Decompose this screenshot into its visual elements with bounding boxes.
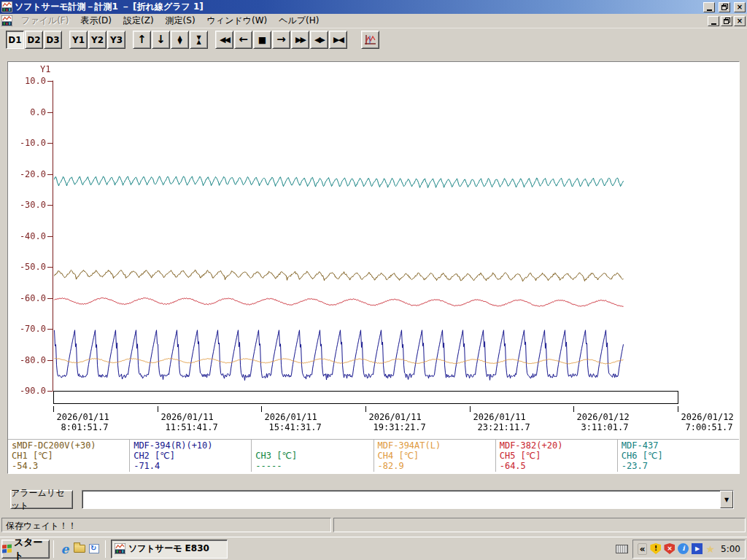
start-button[interactable]: スタート bbox=[1, 540, 50, 559]
child-restore-button[interactable] bbox=[721, 16, 732, 26]
child-close-button[interactable]: × bbox=[734, 16, 746, 26]
status-secondary bbox=[333, 518, 746, 532]
child-minimize-button[interactable] bbox=[708, 16, 719, 26]
minimize-icon bbox=[711, 23, 716, 25]
display-3-button[interactable]: D3 bbox=[44, 31, 62, 49]
expand-horizontal-icon: ◀▶ bbox=[314, 36, 324, 44]
alarm-combobox-value bbox=[82, 491, 720, 508]
scroll-down-button[interactable]: ↓ bbox=[152, 31, 170, 49]
close-icon: × bbox=[737, 18, 743, 25]
y-axis-1-button[interactable]: Y1 bbox=[69, 31, 88, 49]
task-button-softthermo[interactable]: ソフトサーモ E830 bbox=[111, 540, 228, 559]
fast-forward-icon: ▶▶ bbox=[295, 36, 305, 44]
rewind-button[interactable]: ◀◀ bbox=[215, 31, 233, 49]
start-label: スタート bbox=[14, 536, 49, 560]
menu-window[interactable]: ウィンドウ(W) bbox=[201, 13, 274, 28]
windows-logo-icon bbox=[2, 544, 12, 553]
line-chart-canvas[interactable] bbox=[8, 62, 739, 438]
legend-cell-ch3: CH3 [℃] ----- bbox=[252, 440, 374, 472]
language-bar-keyboard-icon[interactable] bbox=[616, 545, 628, 553]
fast-forward-button[interactable]: ▶▶ bbox=[291, 31, 309, 49]
y-axis-3-button[interactable]: Y3 bbox=[107, 31, 125, 49]
down-arrow-icon: ↓ bbox=[156, 34, 166, 45]
task-button-label: ソフトサーモ E830 bbox=[128, 542, 209, 555]
minimize-button[interactable] bbox=[703, 2, 715, 12]
update-star-icon[interactable]: ★ bbox=[705, 543, 715, 555]
alarm-reset-button[interactable]: アラームリセット bbox=[10, 490, 73, 509]
expand-vertical-button[interactable]: ▲ ▼ bbox=[171, 31, 189, 49]
channel-name: MDF-437 bbox=[622, 440, 735, 451]
graph-setup-button[interactable] bbox=[361, 31, 379, 49]
taskbar: スタート e ソフトサーモ E830 « ! × i ▶ ★ 5:00 bbox=[0, 537, 747, 560]
menu-bar: ファイル(F) 表示(D) 設定(Z) 測定(S) ウィンドウ(W) ヘルプ(H… bbox=[0, 14, 747, 28]
channel-label: CH3 [℃] bbox=[255, 451, 369, 461]
channel-value: -64.5 bbox=[500, 461, 614, 471]
expand-horizontal-button[interactable]: ◀▶ bbox=[310, 31, 328, 49]
title-bar: ソフトサーモ計測－計測1 － [折れ線グラフ 1] × bbox=[0, 0, 747, 14]
legend-cell-ch6: MDF-437 CH6 [℃] -23.7 bbox=[618, 440, 739, 472]
status-message: 保存ウェイト！！ bbox=[1, 518, 331, 532]
restore-icon bbox=[721, 5, 727, 10]
taskbar-separator bbox=[105, 540, 106, 558]
media-play-tray-icon[interactable]: ▶ bbox=[692, 543, 703, 554]
channel-value: -23.7 bbox=[622, 461, 735, 471]
graph-panel: sMDF-DC200V(+30) CH1 [℃] -54.3 MDF-394(R… bbox=[7, 61, 740, 474]
step-forward-button[interactable]: → bbox=[272, 31, 290, 49]
channel-label: CH6 [℃] bbox=[622, 451, 735, 461]
compress-horizontal-button[interactable]: ▶◀ bbox=[329, 31, 347, 49]
system-tray: « ! × i ▶ ★ 5:00 bbox=[632, 540, 746, 559]
channel-name: MDF-394(R)(+10) bbox=[133, 440, 247, 451]
display-1-button[interactable]: D1 bbox=[6, 31, 24, 49]
legend-cell-ch4: MDF-394AT(L) CH4 [℃] -82.9 bbox=[374, 440, 496, 472]
combobox-dropdown-button[interactable]: ▼ bbox=[720, 491, 733, 508]
step-back-button[interactable]: ← bbox=[234, 31, 252, 49]
channel-legend: sMDF-DC200V(+30) CH1 [℃] -54.3 MDF-394(R… bbox=[8, 439, 739, 472]
taskbar-separator bbox=[53, 540, 54, 558]
legend-cell-ch5: MDF-382(+20) CH5 [℃] -64.5 bbox=[496, 440, 618, 472]
alarm-combobox[interactable]: ▼ bbox=[82, 490, 734, 509]
stop-icon: ■ bbox=[258, 36, 266, 44]
right-arrow-icon: → bbox=[276, 34, 286, 45]
stop-button[interactable]: ■ bbox=[253, 31, 271, 49]
taskbar-clock: 5:00 bbox=[718, 544, 740, 554]
channel-label: CH4 [℃] bbox=[378, 451, 492, 461]
app-icon bbox=[115, 543, 125, 554]
status-bar: 保存ウェイト！！ bbox=[0, 516, 747, 534]
menu-help[interactable]: ヘルプ(H) bbox=[273, 13, 325, 28]
channel-label: CH2 [℃] bbox=[133, 451, 247, 461]
legend-cell-ch2: MDF-394(R)(+10) CH2 [℃] -71.4 bbox=[130, 440, 252, 472]
channel-name: MDF-394AT(L) bbox=[378, 440, 492, 451]
menu-measure[interactable]: 測定(S) bbox=[160, 13, 201, 28]
channel-value: ----- bbox=[255, 461, 369, 471]
compress-vertical-button[interactable]: ▼ ▲ bbox=[190, 31, 208, 49]
tray-chevron-icon[interactable]: « bbox=[638, 543, 648, 555]
child-window-icon[interactable] bbox=[1, 15, 12, 26]
alarm-row: アラームリセット ▼ bbox=[0, 487, 747, 512]
show-desktop-icon[interactable] bbox=[72, 541, 87, 557]
rewind-icon: ◀◀ bbox=[220, 36, 229, 44]
app-icon bbox=[1, 1, 12, 12]
minimize-icon bbox=[707, 9, 712, 11]
close-button[interactable]: × bbox=[734, 2, 746, 12]
security-alert-icon[interactable]: × bbox=[664, 543, 675, 554]
legend-cell-ch1: sMDF-DC200V(+30) CH1 [℃] -54.3 bbox=[8, 440, 130, 472]
left-arrow-icon: ← bbox=[239, 34, 248, 45]
outlook-express-icon[interactable] bbox=[87, 541, 101, 557]
menu-file[interactable]: ファイル(F) bbox=[15, 13, 74, 28]
display-2-button[interactable]: D2 bbox=[25, 31, 43, 49]
restore-button[interactable] bbox=[719, 2, 730, 12]
menu-view[interactable]: 表示(D) bbox=[74, 13, 117, 28]
channel-value: -82.9 bbox=[378, 461, 492, 471]
info-balloon-icon[interactable]: i bbox=[678, 543, 689, 554]
channel-name bbox=[255, 440, 369, 451]
compress-horizontal-icon: ▶◀ bbox=[333, 36, 343, 44]
internet-explorer-icon[interactable]: e bbox=[58, 541, 72, 557]
window-title: ソフトサーモ計測－計測1 － [折れ線グラフ 1] bbox=[15, 1, 701, 13]
y-axis-2-button[interactable]: Y2 bbox=[88, 31, 107, 49]
scroll-up-button[interactable]: ↑ bbox=[133, 31, 151, 49]
chevron-down-icon: ▼ bbox=[724, 497, 729, 503]
security-warning-icon[interactable]: ! bbox=[650, 543, 661, 554]
channel-value: -54.3 bbox=[12, 461, 125, 471]
menu-settings[interactable]: 設定(Z) bbox=[117, 13, 160, 28]
restore-icon bbox=[724, 19, 729, 24]
